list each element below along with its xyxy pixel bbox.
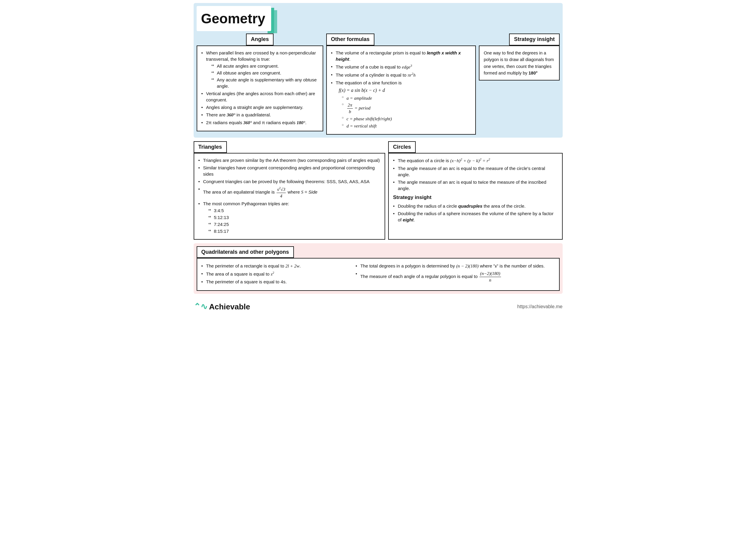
other-formulas-column: Other formulas The volume of a rectangul… [326, 34, 476, 135]
angles-section-header: Angles [246, 34, 273, 45]
angles-bullet-list: When parallel lines are crossed by a non… [201, 50, 319, 126]
angles-header-wrapper: Angles [197, 34, 323, 45]
list-item: The volume of a cylinder is equal to πr2… [331, 71, 471, 78]
other-bullet-list: The volume of a rectangular prism is equ… [331, 50, 471, 129]
list-item: All acute angles are congruent. [211, 63, 319, 69]
strategy-content: One way to find the degrees in a polygon… [479, 45, 559, 81]
list-item: The perimeter of a rectangle is equal to… [201, 263, 344, 269]
triangles-bullet-list: Triangles are proven similar by the AA t… [198, 157, 381, 234]
middle-section: Triangles Triangles are proven similar b… [194, 141, 563, 240]
circles-section-header: Circles [388, 141, 416, 153]
page-title: Geometry [197, 6, 271, 31]
pythagorean-sub-list: 3:4:5 5:12:13 7:24:25 8:15:17 [208, 207, 381, 234]
bottom-left: The perimeter of a rectangle is equal to… [201, 263, 344, 286]
list-item: The area of a square is equal to s2 [201, 270, 344, 277]
list-item: 2π b = period [342, 102, 471, 115]
sine-formula: f(x) = a sin b(x − c) + d [339, 87, 471, 94]
circles-bullet-list: The equation of a circle is (x−h)2 + (y … [393, 157, 558, 191]
list-item: The area of an equilateral triangle is s… [198, 186, 381, 199]
list-item: The volume of a rectangular prism is equ… [331, 50, 471, 62]
strategy-insight-section-header: Strategy insight [509, 34, 559, 45]
list-item: The equation of a sine function is f(x) … [331, 80, 471, 129]
list-item: 8:15:17 [208, 228, 381, 234]
list-item: The volume of a cube is equal to edge3 [331, 64, 471, 70]
list-item: Doubling the radius of a sphere increase… [393, 211, 558, 223]
bottom-header-row: Quadrilaterals and other polygons [197, 246, 560, 258]
bottom-right-list: The total degrees in a polygon is determ… [355, 263, 555, 283]
list-item: a = amplitude [342, 95, 471, 101]
top-section: Geometry Angles When parallel lines are … [194, 3, 563, 138]
geometry-title-block: Geometry [197, 6, 271, 31]
list-item: The total degrees in a polygon is determ… [355, 263, 555, 269]
other-formulas-section-header: Other formulas [326, 34, 375, 45]
list-item: Any acute angle is supplementary with an… [211, 77, 319, 89]
list-item: Similar triangles have congruent corresp… [198, 165, 381, 177]
list-item: Doubling the radius of a circle quadrupl… [393, 203, 558, 209]
strategy-insight-column: Strategy insight One way to find the deg… [479, 34, 559, 80]
other-header-wrapper: Other formulas [326, 34, 476, 45]
circles-content: The equation of a circle is (x−h)2 + (y … [388, 153, 562, 240]
circles-column: Circles The equation of a circle is (x−h… [388, 141, 562, 240]
circles-header-row: Circles [388, 141, 562, 153]
list-item: 5:12:13 [208, 214, 381, 220]
triangles-content: Triangles are proven similar by the AA t… [194, 153, 385, 240]
list-item: The perimeter of a square is equal to 4s… [201, 279, 344, 285]
list-item: All obtuse angles are congruent. [211, 70, 319, 76]
achievable-logo-icon: ⌃∿ [194, 301, 208, 312]
page: Geometry Angles When parallel lines are … [189, 0, 567, 317]
triangles-header-row: Triangles [194, 141, 385, 153]
footer-logo: ⌃∿ Achievable [194, 301, 250, 312]
list-item: The measure of each angle of a regular p… [355, 270, 555, 283]
list-item: There are 360° in a quadrilateral. [201, 112, 319, 118]
top-panels: Angles When parallel lines are crossed b… [197, 34, 560, 135]
quadrilaterals-section-header: Quadrilaterals and other polygons [197, 246, 294, 258]
footer-logo-text: Achievable [209, 301, 250, 312]
list-item: The angle measure of an arc is equal to … [393, 179, 558, 191]
footer: ⌃∿ Achievable https://achievable.me [194, 298, 563, 312]
list-item: Vertical angles (the angles across from … [201, 90, 319, 103]
list-item: Triangles are proven similar by the AA t… [198, 157, 381, 163]
circles-strategy-block: Strategy insight Doubling the radius of … [393, 194, 558, 223]
other-content: The volume of a rectangular prism is equ… [326, 45, 476, 135]
bottom-right: The total degrees in a polygon is determ… [355, 263, 555, 286]
top-header: Geometry [197, 6, 560, 31]
bottom-content: The perimeter of a rectangle is equal to… [197, 258, 560, 291]
list-item: Angles along a straight angle are supple… [201, 104, 319, 110]
angles-column: Angles When parallel lines are crossed b… [197, 34, 323, 131]
list-item: 3:4:5 [208, 207, 381, 214]
triangles-section-header: Triangles [194, 141, 227, 153]
bottom-left-list: The perimeter of a rectangle is equal to… [201, 263, 344, 285]
list-item: The angle measure of an arc is equal to … [393, 165, 558, 178]
list-item: The most common Pythagorean triples are:… [198, 201, 381, 234]
list-item: Congruent triangles can be proved by the… [198, 178, 381, 184]
triangles-column: Triangles Triangles are proven similar b… [194, 141, 385, 240]
list-item: 2π radians equals 360° and π radians equ… [201, 119, 319, 126]
angles-sub-list: All acute angles are congruent. All obtu… [211, 63, 319, 89]
sine-sub-list: a = amplitude 2π b = period [342, 95, 471, 129]
strategy-header-wrapper: Strategy insight [479, 34, 559, 45]
strategy-text: One way to find the degrees in a polygon… [484, 50, 554, 75]
bottom-section: Quadrilaterals and other polygons The pe… [194, 243, 563, 294]
circles-strategy-header: Strategy insight [393, 194, 558, 201]
list-item: 7:24:25 [208, 221, 381, 227]
footer-url: https://achievable.me [517, 303, 562, 310]
list-item: The equation of a circle is (x−h)2 + (y … [393, 157, 558, 164]
list-item: When parallel lines are crossed by a non… [201, 50, 319, 89]
angles-content: When parallel lines are crossed by a non… [197, 45, 323, 131]
list-item: c = phase shift(left/right) [342, 116, 471, 122]
circles-strategy-list: Doubling the radius of a circle quadrupl… [393, 203, 558, 223]
list-item: d = vertical shift [342, 123, 471, 129]
